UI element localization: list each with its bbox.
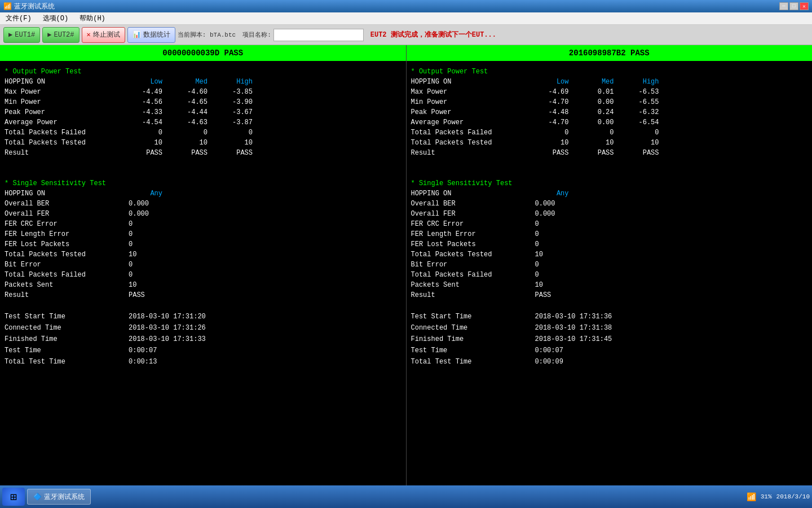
table-row: Bit Error 0 (411, 260, 808, 270)
table-row: Average Power -4.54 -4.63 -3.87 (5, 117, 401, 128)
minimize-button[interactable]: — (779, 2, 788, 10)
panel2-sens-header: HOPPING ON Any (411, 189, 808, 199)
list-item: Test Time 0:00:07 (411, 345, 808, 356)
table-row: Total Packets Tested 10 10 10 (411, 138, 808, 148)
spacer4 (411, 167, 808, 176)
main-content: 00000000039D PASS * Output Power Test HO… (0, 45, 812, 485)
taskbar-time: 2018/3/10 (776, 493, 810, 500)
table-row: Total Packets Tested 10 (5, 249, 401, 260)
table-row: Bit Error 0 (5, 260, 401, 270)
menu-file[interactable]: 文件(F) (2, 12, 35, 24)
panel-eut2: 2016098987B2 PASS * Output Power Test HO… (407, 45, 813, 485)
panel2-op-result-row: Result PASS PASS PASS (411, 148, 808, 158)
table-row: Total Packets Tested 10 (411, 249, 808, 260)
project-input[interactable] (273, 29, 364, 41)
eut1-button[interactable]: ▶ EUT1# (3, 27, 40, 43)
titlebar-controls: — □ ✕ (779, 2, 809, 10)
table-row: Total Packets Tested 10 10 10 (5, 138, 401, 148)
list-item: Test Time 0:00:07 (5, 345, 401, 356)
panel1-header: 00000000039D PASS (0, 45, 406, 61)
panel1-output-power-title: * Output Power Test (5, 67, 401, 77)
table-row: FER Length Error 0 (411, 229, 808, 239)
panel1-timestamps: Test Start Time 2018-03-10 17:31:20 Conn… (5, 312, 401, 367)
panel2-timestamps: Test Start Time 2018-03-10 17:31:36 Conn… (411, 312, 808, 367)
spacer (5, 158, 401, 167)
table-row: Total Packets Failed 0 (5, 270, 401, 280)
data-stats-button[interactable]: 📊 数据统计 (127, 27, 175, 43)
table-row: FER Lost Packets 0 (5, 239, 401, 249)
panel1-sensitivity-title: * Single Sensitivity Test (5, 178, 401, 189)
table-row: Total Packets Failed 0 0 0 (5, 128, 401, 138)
chart-icon: 📊 (133, 30, 141, 39)
list-item: Total Test Time 0:00:09 (411, 357, 808, 367)
eut2-button[interactable]: ▶ EUT2# (42, 27, 79, 43)
panel2-sens-result-row: Result PASS (411, 290, 808, 300)
windows-icon: ⊞ (10, 490, 17, 504)
app-icon: 📶 (3, 2, 12, 11)
panel2-output-power-title: * Output Power Test (411, 67, 808, 77)
list-item: Test Start Time 2018-03-10 17:31:20 (5, 312, 401, 322)
panel1-col-low: Low (129, 77, 174, 87)
list-item: Connected Time 2018-03-10 17:31:26 (5, 323, 401, 333)
table-row: FER Length Error 0 (5, 229, 401, 239)
panel1-sens-any: Any (129, 189, 174, 199)
menu-help[interactable]: 帮助(H) (76, 12, 109, 24)
start-button[interactable]: ⊞ (2, 488, 25, 506)
panel2-col-med: Med (580, 77, 625, 87)
panel1-sens-result-row: Result PASS (5, 290, 401, 300)
table-row: FER CRC Error 0 (411, 219, 808, 229)
table-row: Peak Power -4.48 0.24 -6.32 (411, 107, 808, 117)
taskbar-app-label: 蓝牙测试系统 (44, 492, 85, 502)
eut1-label: EUT1# (15, 31, 35, 39)
data-label: 数据统计 (143, 30, 170, 40)
menu-options[interactable]: 选项(O) (39, 12, 72, 24)
panel1-col-high: High (219, 77, 264, 87)
panel2-sensitivity-title: * Single Sensitivity Test (411, 178, 808, 189)
panel2-sens-hopping: HOPPING ON (411, 189, 535, 199)
project-label: 项目名称: (242, 30, 271, 39)
panel2-col-low: Low (535, 77, 580, 87)
eut2-label: EUT2# (54, 31, 74, 39)
toolbar: ▶ EUT1# ▶ EUT2# ✕ 终止测试 📊 数据统计 当前脚本: bTA.… (0, 25, 812, 45)
play-icon-2: ▶ (47, 30, 51, 39)
list-item: Finished Time 2018-03-10 17:31:33 (5, 334, 401, 344)
stop-button[interactable]: ✕ 终止测试 (82, 27, 125, 43)
table-row: Overall BER 0.000 (411, 199, 808, 209)
spacer2 (5, 167, 401, 176)
table-row: FER Lost Packets 0 (411, 239, 808, 249)
list-item: Connected Time 2018-03-10 17:31:38 (411, 323, 808, 333)
status-text: EUT2 测试完成，准备测试下一个EUT... (366, 30, 809, 40)
list-item: Test Start Time 2018-03-10 17:31:36 (411, 312, 808, 322)
table-row: Average Power -4.70 0.00 -6.54 (411, 117, 808, 128)
table-row: Total Packets Failed 0 0 0 (411, 128, 808, 138)
table-row: Packets Sent 10 (411, 280, 808, 290)
panel1-sens-header: HOPPING ON Any (5, 189, 401, 199)
table-row: Max Power -4.69 0.01 -6.53 (411, 87, 808, 97)
titlebar-left: 📶 蓝牙测试系统 (3, 2, 55, 11)
panel2-hopping-label: HOPPING ON (411, 77, 535, 87)
panel1-col-med: Med (174, 77, 219, 87)
panel1-hopping-label: HOPPING ON (5, 77, 129, 87)
panel2-op-header: HOPPING ON Low Med High (411, 77, 808, 87)
wifi-icon: 📶 (747, 492, 756, 502)
table-row: Total Packets Failed 0 (411, 270, 808, 280)
maximize-button[interactable]: □ (789, 2, 798, 10)
stop-label: 终止测试 (93, 30, 120, 40)
wifi-percent: 31% (761, 493, 772, 500)
panel1-body: * Output Power Test HOPPING ON Low Med H… (0, 61, 406, 485)
menubar: 文件(F) 选项(O) 帮助(H) (0, 12, 812, 25)
play-icon: ▶ (8, 30, 12, 39)
table-row: Overall BER 0.000 (5, 199, 401, 209)
panel-eut1: 00000000039D PASS * Output Power Test HO… (0, 45, 407, 485)
panel1-op-result-row: Result PASS PASS PASS (5, 148, 401, 158)
table-row: Overall FER 0.000 (411, 209, 808, 219)
close-button[interactable]: ✕ (800, 2, 809, 10)
stop-icon: ✕ (87, 30, 91, 39)
titlebar-title: 蓝牙测试系统 (14, 2, 55, 11)
table-row: Min Power -4.70 0.00 -6.55 (411, 97, 808, 107)
table-row: Overall FER 0.000 (5, 209, 401, 219)
panel1-op-header: HOPPING ON Low Med High (5, 77, 401, 87)
titlebar: 📶 蓝牙测试系统 — □ ✕ (0, 0, 812, 12)
taskbar-app-item[interactable]: 🔷 蓝牙测试系统 (27, 489, 91, 505)
spacer3 (411, 158, 808, 167)
